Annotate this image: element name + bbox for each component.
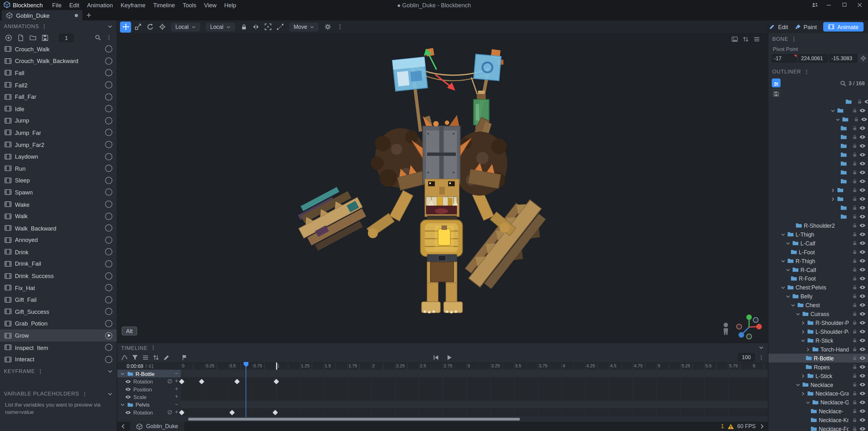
animation-item[interactable]: Jump_Far <box>0 127 117 139</box>
animation-item[interactable]: Jump <box>0 114 117 127</box>
chevron-right-icon[interactable] <box>806 347 811 352</box>
timeline-marker-flag-icon[interactable] <box>181 354 188 361</box>
outliner-row[interactable]: Torch-Handle <box>769 345 868 354</box>
lock-icon[interactable] <box>852 320 857 325</box>
animation-item[interactable]: Drink <box>0 246 117 258</box>
warning-icon[interactable] <box>727 423 734 430</box>
lock-icon[interactable] <box>852 400 857 405</box>
mute-channel-icon[interactable] <box>167 409 173 415</box>
outliner-row[interactable]: Ropes <box>769 363 868 371</box>
filter-channels-icon[interactable] <box>131 354 138 361</box>
lock-icon[interactable] <box>852 294 857 299</box>
chevron-down-icon[interactable] <box>785 241 790 246</box>
chevron-right-icon[interactable] <box>801 320 806 325</box>
outliner-row[interactable]: L-Stick <box>769 371 868 380</box>
keyframe-diamond[interactable] <box>234 378 240 384</box>
lock-icon[interactable] <box>852 276 857 281</box>
play-animation-button[interactable] <box>105 141 113 148</box>
outliner-row[interactable] <box>769 168 868 177</box>
visibility-icon[interactable] <box>859 152 866 158</box>
play-animation-button[interactable] <box>105 284 113 291</box>
play-animation-button[interactable] <box>105 45 113 53</box>
outliner-row[interactable]: R-Bottle <box>769 354 868 363</box>
animation-item[interactable]: Grab_Potion <box>0 318 117 330</box>
pivot-tool-button[interactable] <box>157 21 168 32</box>
visibility-icon[interactable] <box>859 311 866 317</box>
visibility-icon[interactable] <box>859 205 866 211</box>
visibility-icon[interactable] <box>859 417 866 423</box>
lock-icon[interactable] <box>854 117 859 122</box>
mute-channel-icon[interactable] <box>167 378 173 384</box>
chevron-down-icon[interactable] <box>835 117 840 122</box>
timeline-ruler-scale[interactable]: 00.250.50.7511.251.51.7522.252.52.7533.2… <box>181 363 768 370</box>
menu-animation[interactable]: Animation <box>83 1 117 8</box>
track-channel-position[interactable]: Position+ <box>117 385 181 393</box>
play-animation-button[interactable] <box>105 189 113 196</box>
chevron-down-icon[interactable] <box>780 232 785 237</box>
animation-item[interactable]: Interact <box>0 354 117 365</box>
lock-icon[interactable] <box>852 418 857 423</box>
visibility-icon[interactable] <box>125 378 131 384</box>
screenshot-icon[interactable] <box>732 36 738 42</box>
lock-icon[interactable] <box>857 99 862 104</box>
visibility-icon[interactable] <box>859 372 866 379</box>
maximize-button[interactable] <box>839 0 849 9</box>
toolbar-menu-button[interactable] <box>334 21 345 32</box>
visibility-icon[interactable] <box>859 293 866 300</box>
animation-item[interactable]: Crouch_Walk_Backward <box>0 55 117 67</box>
play-animation-button[interactable] <box>105 344 113 351</box>
play-icon[interactable] <box>446 354 453 361</box>
visibility-icon[interactable] <box>859 107 866 114</box>
chevron-down-icon[interactable] <box>785 294 790 299</box>
play-animation-button[interactable] <box>105 57 113 65</box>
outliner-row[interactable]: L-Shoulder-Pad <box>769 327 868 336</box>
outliner-row[interactable] <box>769 133 868 141</box>
animation-item[interactable]: Fall_Far <box>0 91 117 103</box>
import-animation-button[interactable] <box>17 34 24 41</box>
search-icon[interactable] <box>840 80 846 87</box>
play-animation-button[interactable] <box>105 117 113 125</box>
outliner-row[interactable]: Cuirass <box>769 309 868 318</box>
animation-item[interactable]: Spawn <box>0 186 117 198</box>
outliner-row[interactable] <box>769 177 868 186</box>
timeline-scrollbar[interactable] <box>188 418 520 421</box>
outliner-row[interactable] <box>769 141 868 151</box>
kebab-menu-icon[interactable] <box>150 345 156 350</box>
outliner-row[interactable]: R-Calf <box>769 265 868 274</box>
outliner-row[interactable]: Chest <box>769 301 868 309</box>
chevron-down-icon[interactable] <box>780 258 785 263</box>
track-channel-scale[interactable]: Scale+ <box>117 393 181 401</box>
animation-item[interactable]: Drink_Fail <box>0 258 117 270</box>
animation-snap-input[interactable] <box>59 34 73 42</box>
menu-tools[interactable]: Tools <box>179 1 200 8</box>
animation-item[interactable]: Gift_Fail <box>0 294 117 306</box>
toolbar-settings-button[interactable] <box>322 21 333 32</box>
outliner-row[interactable] <box>769 203 868 212</box>
lock-icon[interactable] <box>852 188 857 193</box>
chevron-down-icon[interactable] <box>107 368 113 374</box>
visibility-icon[interactable] <box>859 222 866 229</box>
motion-trail-button[interactable] <box>275 21 286 32</box>
lock-icon[interactable] <box>852 125 857 131</box>
visibility-icon[interactable] <box>859 178 866 185</box>
outliner-row[interactable]: R-Foot <box>769 274 868 283</box>
lock-icon[interactable] <box>852 391 857 396</box>
play-animation-button[interactable] <box>105 153 113 160</box>
animation-item[interactable]: Fix_Hat <box>0 282 117 294</box>
lock-icon[interactable] <box>852 285 857 290</box>
outliner-row[interactable] <box>769 124 868 133</box>
outliner-row[interactable]: Necklace-Knife <box>769 416 868 424</box>
outliner-row[interactable]: Necklace-Grail <box>769 389 868 398</box>
focus-selection-button[interactable] <box>263 21 274 32</box>
tool-mode-select[interactable]: Move <box>289 23 319 31</box>
play-animation-button[interactable] <box>105 237 113 244</box>
chevron-left-icon[interactable] <box>120 423 126 429</box>
add-keyframe-button[interactable]: + <box>175 386 178 392</box>
lock-icon[interactable] <box>852 364 857 370</box>
chevron-down-icon[interactable] <box>120 402 125 407</box>
play-animation-button[interactable] <box>105 200 113 208</box>
lock-icon[interactable] <box>852 170 857 175</box>
animation-item[interactable]: Jump_Far2 <box>0 139 117 151</box>
play-animation-button[interactable] <box>105 296 113 303</box>
visibility-icon[interactable] <box>859 142 866 149</box>
